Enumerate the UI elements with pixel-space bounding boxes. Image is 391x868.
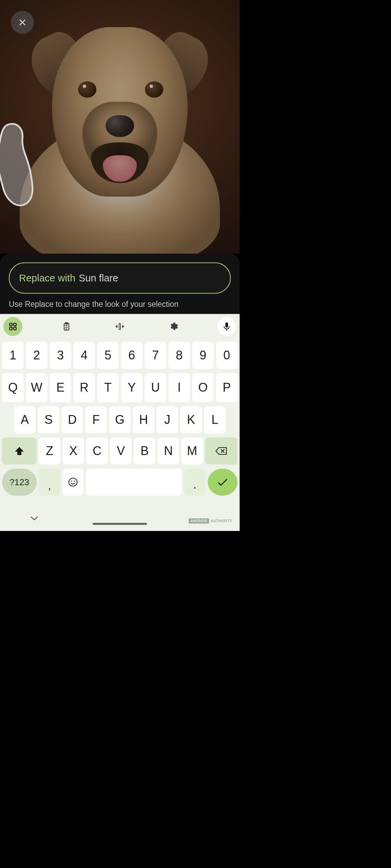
key-W[interactable]: W (26, 373, 48, 402)
clipboard-button[interactable] (57, 317, 76, 336)
svg-rect-2 (10, 327, 12, 330)
key-8[interactable]: 8 (168, 342, 190, 369)
period-key[interactable]: . (184, 469, 205, 496)
input-value: Sun flare (79, 273, 118, 284)
input-label: Replace with (19, 273, 75, 284)
settings-button[interactable] (164, 317, 183, 336)
key-R[interactable]: R (73, 373, 95, 402)
shift-key[interactable] (2, 437, 37, 465)
photo-editor-canvas[interactable] (0, 0, 240, 254)
watermark: ANDROID AUTHORITY (189, 518, 233, 524)
backspace-key[interactable] (205, 437, 238, 465)
backspace-icon (215, 447, 227, 455)
key-Z[interactable]: Z (39, 437, 60, 465)
key-2[interactable]: 2 (26, 342, 48, 369)
key-0[interactable]: 0 (216, 342, 238, 369)
key-H[interactable]: H (133, 406, 154, 433)
navigation-handle[interactable] (93, 523, 147, 525)
watermark-brand: ANDROID (189, 518, 209, 524)
number-row: 1234567890 (2, 342, 238, 369)
bottom-row: ?123 , . (2, 469, 238, 496)
key-Y[interactable]: Y (121, 373, 143, 402)
key-7[interactable]: 7 (145, 342, 166, 369)
keyboard: 1234567890 QWERTYUIOP ASDFGHJKL ZXCVBNM … (0, 314, 240, 531)
voice-input-button[interactable] (217, 317, 236, 336)
input-hint: Use Replace to change the look of your s… (9, 300, 231, 309)
key-N[interactable]: N (157, 437, 179, 465)
checkmark-icon (217, 478, 228, 487)
svg-point-14 (74, 480, 75, 481)
key-9[interactable]: 9 (192, 342, 214, 369)
key-5[interactable]: 5 (97, 342, 119, 369)
zxcv-row: ZXCVBNM (2, 437, 238, 465)
comma-key[interactable]: , (39, 469, 60, 496)
emoji-icon (68, 477, 78, 487)
key-6[interactable]: 6 (121, 342, 143, 369)
keyboard-toolbar (0, 314, 240, 339)
emoji-key[interactable] (62, 469, 83, 496)
enter-key[interactable] (208, 469, 238, 496)
input-panel: Replace with Sun flare Use Replace to ch… (0, 254, 240, 314)
key-E[interactable]: E (50, 373, 71, 402)
key-B[interactable]: B (134, 437, 155, 465)
watermark-suffix: AUTHORITY (210, 518, 233, 524)
text-cursor-icon (114, 322, 126, 331)
shift-icon (14, 446, 24, 456)
qwerty-row: QWERTYUIOP (2, 373, 238, 402)
spacebar-key[interactable] (86, 469, 182, 496)
key-D[interactable]: D (61, 406, 83, 433)
key-K[interactable]: K (180, 406, 202, 433)
key-S[interactable]: S (38, 406, 59, 433)
key-V[interactable]: V (110, 437, 132, 465)
key-I[interactable]: I (168, 373, 190, 402)
keyboard-footer: ANDROID AUTHORITY (0, 496, 240, 531)
symbols-key[interactable]: ?123 (2, 469, 37, 496)
key-3[interactable]: 3 (50, 342, 71, 369)
dim-overlay (0, 0, 240, 254)
key-F[interactable]: F (85, 406, 107, 433)
key-1[interactable]: 1 (2, 342, 24, 369)
key-U[interactable]: U (145, 373, 166, 402)
grid-icon (8, 322, 17, 331)
collapse-keyboard-button[interactable] (30, 515, 39, 521)
key-A[interactable]: A (14, 406, 36, 433)
svg-rect-9 (119, 323, 120, 330)
keyboard-apps-button[interactable] (3, 317, 22, 336)
keyboard-rows: 1234567890 QWERTYUIOP ASDFGHJKL ZXCVBNM … (0, 339, 240, 496)
gear-icon (169, 322, 178, 331)
key-X[interactable]: X (62, 437, 84, 465)
svg-point-13 (71, 480, 72, 481)
key-Q[interactable]: Q (2, 373, 24, 402)
svg-rect-0 (10, 323, 12, 326)
key-T[interactable]: T (97, 373, 119, 402)
key-G[interactable]: G (109, 406, 131, 433)
svg-point-12 (69, 478, 77, 486)
key-L[interactable]: L (204, 406, 226, 433)
key-C[interactable]: C (86, 437, 108, 465)
key-O[interactable]: O (192, 373, 214, 402)
key-P[interactable]: P (216, 373, 238, 402)
key-J[interactable]: J (156, 406, 178, 433)
svg-rect-3 (14, 327, 16, 330)
microphone-icon (223, 322, 230, 331)
clipboard-icon (62, 322, 71, 331)
svg-rect-10 (225, 322, 228, 328)
key-4[interactable]: 4 (73, 342, 95, 369)
close-icon (18, 18, 27, 27)
key-M[interactable]: M (181, 437, 203, 465)
text-cursor-button[interactable] (110, 317, 129, 336)
close-button[interactable] (11, 11, 34, 34)
replace-input[interactable]: Replace with Sun flare (9, 262, 231, 294)
asdf-row: ASDFGHJKL (2, 406, 238, 433)
svg-rect-1 (14, 323, 16, 326)
